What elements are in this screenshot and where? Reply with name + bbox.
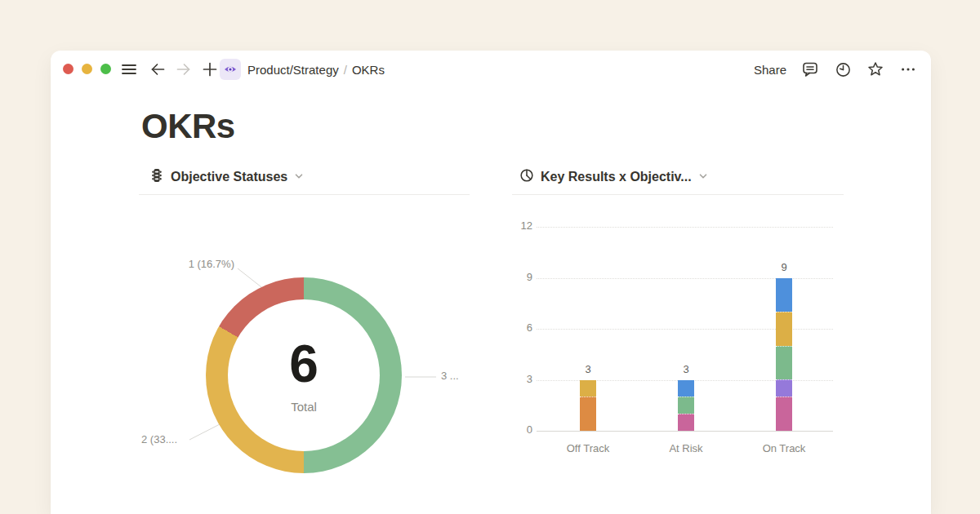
- y-gridline: [537, 227, 833, 228]
- bar-segment[interactable]: [776, 346, 792, 380]
- bar-segment[interactable]: [776, 397, 792, 431]
- bar-segment[interactable]: [776, 379, 792, 397]
- y-tick-label: 12: [492, 219, 532, 232]
- y-tick-label: 9: [492, 271, 532, 283]
- x-category-label: On Track: [747, 442, 821, 454]
- x-category-label: Off Track: [551, 442, 625, 454]
- bar-total-label: 9: [766, 261, 802, 273]
- bar-segment[interactable]: [678, 397, 694, 414]
- stacked-bar[interactable]: [580, 380, 596, 432]
- bar-chart-layer: 0369123Off Track3At Risk9On Track: [51, 51, 931, 514]
- bar-segment[interactable]: [678, 380, 694, 397]
- bar-segment[interactable]: [580, 380, 596, 397]
- y-tick-label: 0: [492, 423, 532, 436]
- app-window: Product/Strategy / OKRs Share: [51, 51, 931, 514]
- x-category-label: At Risk: [649, 442, 723, 454]
- desktop-background: Product/Strategy / OKRs Share: [0, 0, 980, 514]
- bar-total-label: 3: [570, 363, 606, 375]
- y-tick-label: 3: [492, 373, 532, 385]
- bar-segment[interactable]: [776, 312, 792, 346]
- bar-segment[interactable]: [678, 414, 694, 431]
- stacked-bar[interactable]: [776, 278, 792, 432]
- bar-total-label: 3: [668, 363, 704, 375]
- y-tick-label: 6: [492, 321, 532, 334]
- stacked-bar[interactable]: [678, 380, 694, 432]
- bar-segment[interactable]: [580, 397, 596, 431]
- bar-segment[interactable]: [776, 278, 792, 312]
- x-axis-line: [537, 431, 833, 432]
